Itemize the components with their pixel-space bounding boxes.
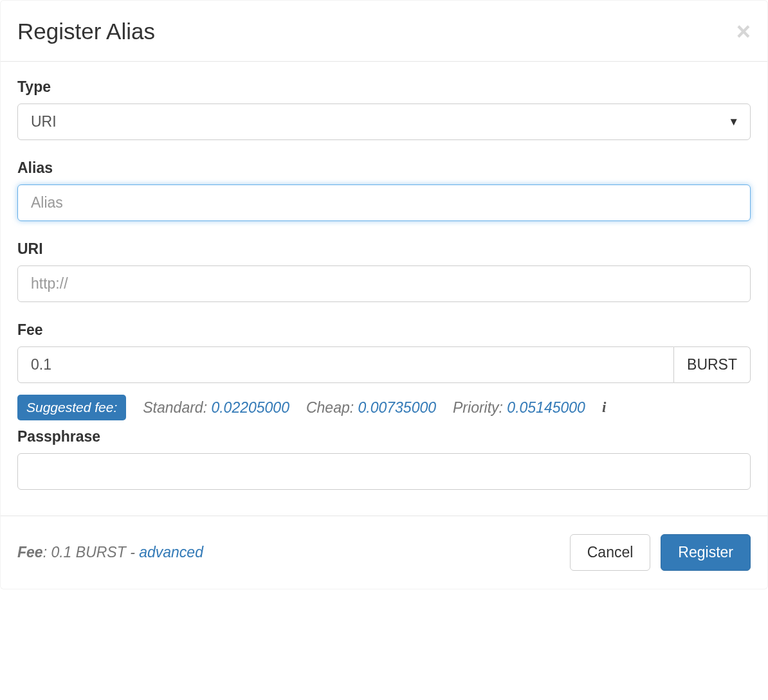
type-group: Type URI ▼ — [17, 78, 751, 140]
fee-priority-value: 0.05145000 — [507, 399, 585, 416]
passphrase-label: Passphrase — [17, 428, 751, 445]
fee-label: Fee — [17, 321, 751, 339]
advanced-link[interactable]: advanced — [139, 544, 203, 561]
fee-group: Fee BURST Suggested fee: Standard: 0.022… — [17, 321, 751, 420]
footer-dash: - — [126, 544, 139, 561]
modal-body: Type URI ▼ Alias URI Fee BURST Suggeste — [1, 62, 767, 516]
uri-label: URI — [17, 240, 751, 258]
fee-standard-label: Standard: — [143, 399, 211, 416]
fee-input-group: BURST — [17, 346, 751, 383]
footer-fee-label: Fee — [17, 544, 43, 561]
type-label: Type — [17, 78, 751, 96]
footer-buttons: Cancel Register — [570, 534, 751, 571]
uri-group: URI — [17, 240, 751, 302]
fee-cheap-value: 0.00735000 — [358, 399, 437, 416]
fee-cheap-label: Cheap: — [306, 399, 358, 416]
footer-fee-colon: : — [43, 544, 51, 561]
cancel-button[interactable]: Cancel — [570, 534, 651, 571]
passphrase-group: Passphrase — [17, 428, 751, 490]
fee-input[interactable] — [17, 346, 674, 383]
fee-option-cheap[interactable]: Cheap: 0.00735000 — [306, 399, 436, 417]
fee-option-priority[interactable]: Priority: 0.05145000 — [453, 399, 585, 417]
close-icon: × — [736, 18, 751, 45]
alias-group: Alias — [17, 159, 751, 221]
modal-footer: Fee: 0.1 BURST - advanced Cancel Registe… — [1, 516, 767, 589]
passphrase-input[interactable] — [17, 453, 751, 490]
alias-input[interactable] — [17, 184, 751, 221]
fee-priority-label: Priority: — [453, 399, 507, 416]
type-select-wrapper: URI ▼ — [17, 103, 751, 140]
alias-label: Alias — [17, 159, 751, 177]
uri-input[interactable] — [17, 265, 751, 302]
footer-fee-summary: Fee: 0.1 BURST - advanced — [17, 544, 203, 561]
fee-option-standard[interactable]: Standard: 0.02205000 — [143, 399, 289, 417]
modal-title: Register Alias — [17, 19, 155, 44]
info-icon[interactable]: i — [602, 399, 606, 416]
close-button[interactable]: × — [736, 19, 751, 44]
fee-standard-value: 0.02205000 — [211, 399, 289, 416]
register-alias-modal: Register Alias × Type URI ▼ Alias URI Fe… — [0, 0, 768, 589]
suggested-fee-badge[interactable]: Suggested fee: — [17, 395, 126, 420]
footer-fee-amount: 0.1 BURST — [51, 544, 125, 561]
fee-suggestions: Suggested fee: Standard: 0.02205000 Chea… — [17, 395, 751, 420]
register-button[interactable]: Register — [661, 534, 751, 571]
type-selected-value: URI — [31, 113, 57, 130]
modal-header: Register Alias × — [1, 1, 767, 62]
type-select[interactable]: URI — [17, 103, 751, 140]
fee-unit: BURST — [674, 346, 751, 383]
